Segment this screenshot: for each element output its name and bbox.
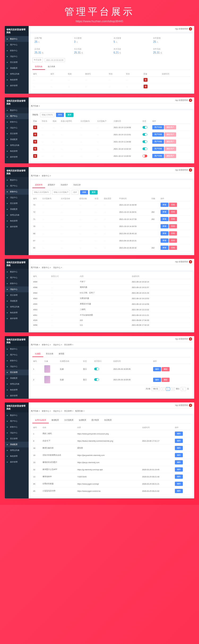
edit-button[interactable]: 编辑	[153, 378, 161, 382]
tag-button[interactable]: 标签	[161, 231, 168, 236]
breadcrumb-item[interactable]: 用户列表 ×	[31, 410, 40, 412]
sidebar-item-3[interactable]: ▸消息中心	[5, 364, 29, 369]
avatar[interactable]: 省	[189, 168, 192, 172]
avatar[interactable]: 省	[189, 99, 192, 102]
edit-button[interactable]: 编辑	[153, 367, 161, 371]
edit-button[interactable]: 编辑	[175, 439, 183, 443]
perpage-select[interactable]: 5条/页	[152, 387, 160, 391]
sidebar-item-8[interactable]: ▸菜单管理	[5, 83, 29, 89]
alipay-name-input[interactable]: 请输入支付宝账户	[52, 190, 70, 195]
tag-button[interactable]: 标签	[161, 238, 168, 243]
detail-button[interactable]: 用户详情	[152, 125, 164, 129]
tab[interactable]: 首页分类	[43, 351, 56, 357]
tag-button[interactable]: 标签	[161, 246, 168, 250]
tag-button[interactable]: 标签	[161, 224, 168, 228]
status-toggle[interactable]	[142, 147, 147, 150]
sidebar-item-1[interactable]: ▸用户中心	[5, 275, 29, 281]
breadcrumb-item[interactable]: 财务中心 ×	[42, 343, 51, 346]
reject-button[interactable]: 拒绝	[169, 210, 177, 214]
reject-button[interactable]: 拒绝	[169, 203, 177, 207]
sidebar-item-0[interactable]: ▸数据中心	[5, 107, 29, 113]
sidebar-item-2[interactable]: ▸财务中心	[5, 424, 29, 430]
sidebar-item-7[interactable]: ▸角色管理	[5, 218, 29, 224]
sidebar-item-5[interactable]: ▸系统配置	[5, 298, 29, 304]
tab[interactable]: 充值记录	[71, 182, 83, 188]
tab[interactable]: 背景图	[56, 351, 67, 357]
status-toggle[interactable]	[142, 133, 147, 136]
sidebar-item-5[interactable]: ▸系统配置	[5, 65, 29, 71]
avatar[interactable]: 省	[189, 404, 192, 407]
detail-button[interactable]: 用户详情	[152, 147, 164, 151]
tab[interactable]: 提现管理	[32, 182, 45, 188]
reset-button[interactable]: 重置	[90, 190, 98, 194]
tag-button[interactable]: 标签	[161, 210, 168, 214]
sidebar-item-6[interactable]: ▸管理员列表	[5, 447, 29, 453]
tab[interactable]: 轮播图	[32, 351, 43, 357]
reset-button[interactable]: 重置	[66, 113, 73, 117]
breadcrumb-item[interactable]: 用户列表 ×	[31, 266, 40, 269]
sidebar-item-4[interactable]: ▸首页管理	[5, 292, 29, 298]
sidebar-item-7[interactable]: ▸角色管理	[5, 310, 29, 316]
breadcrumb-item[interactable]: 用户列表 ×	[31, 343, 40, 346]
sidebar-item-6[interactable]: ▸管理员列表	[5, 304, 29, 310]
status-toggle[interactable]	[142, 155, 147, 157]
tab[interactable]: 微信配置	[49, 417, 62, 423]
avatar[interactable]: 省	[189, 337, 192, 341]
breadcrumb-item[interactable]: 用户列表 ×	[31, 105, 40, 107]
delete-button[interactable]: 删除用户	[165, 154, 176, 158]
sidebar-item-2[interactable]: ▸财务中心	[5, 189, 29, 195]
delete-button[interactable]: 删除用户	[165, 132, 176, 137]
sidebar-item-0[interactable]: ▸数据中心	[5, 412, 29, 418]
reject-button[interactable]: 拒绝	[169, 238, 177, 243]
sidebar-item-5[interactable]: ▸系统配置	[5, 206, 29, 212]
tab[interactable]: 充值统计	[58, 182, 71, 188]
tag-button[interactable]: 标签	[161, 203, 168, 207]
sidebar-item-6[interactable]: ▸管理员列表	[5, 381, 29, 387]
breadcrumb-item[interactable]: 首页管理 ×	[64, 343, 73, 346]
sidebar-item-0[interactable]: ▸数据中心	[5, 346, 29, 352]
next-button[interactable]: ›	[171, 387, 175, 391]
sidebar-item-7[interactable]: ▸角色管理	[5, 387, 29, 393]
tab[interactable]: 放入纸条	[45, 64, 58, 70]
sidebar-item-3[interactable]: ▸消息中心	[5, 125, 29, 131]
edit-button[interactable]: 编辑	[175, 432, 183, 436]
delete-button[interactable]: 删除用户	[165, 140, 176, 144]
sidebar-item-7[interactable]: ▸角色管理	[5, 77, 29, 83]
breadcrumb-item[interactable]: 财务中心 ×	[42, 266, 51, 269]
alipay-account-input[interactable]: 请输入支付宝账号	[32, 190, 50, 195]
reject-button[interactable]: 拒绝	[169, 224, 177, 228]
sidebar-item-5[interactable]: ▸系统配置	[5, 375, 29, 381]
jump-input[interactable]: 1	[181, 387, 186, 391]
delete-button[interactable]: 删除用户	[165, 147, 176, 151]
sidebar-item-8[interactable]: ▸菜单管理	[5, 459, 29, 465]
sidebar-item-7[interactable]: ▸角色管理	[5, 453, 29, 459]
detail-button[interactable]: 用户详情	[152, 132, 164, 137]
tab[interactable]: 提现统计	[45, 182, 58, 188]
sidebar-item-4[interactable]: ▸首页管理	[5, 436, 29, 442]
delete-button[interactable]: 删除	[162, 367, 170, 371]
tag-button[interactable]: 标签	[161, 217, 168, 221]
status-select[interactable]: 选择	[72, 190, 79, 195]
edit-button[interactable]: 编辑	[175, 482, 183, 486]
reject-button[interactable]: 拒绝	[169, 217, 177, 221]
edit-button[interactable]: 编辑	[175, 467, 183, 472]
reject-button[interactable]: 拒绝	[169, 231, 177, 236]
sidebar-item-3[interactable]: ▸消息中心	[5, 430, 29, 436]
sidebar-item-0[interactable]: ▸数据中心	[5, 177, 29, 183]
avatar[interactable]: 省	[189, 260, 192, 263]
sidebar-item-1[interactable]: ▸用户中心	[5, 113, 29, 119]
sidebar-item-4[interactable]: ▸首页管理	[5, 59, 29, 65]
sidebar-item-2[interactable]: ▸财务中心	[5, 48, 29, 54]
sidebar-item-6[interactable]: ▸管理员列表	[5, 142, 29, 148]
search-button[interactable]: 查询	[56, 113, 64, 117]
reject-button[interactable]: 拒绝	[169, 246, 177, 250]
sidebar-item-1[interactable]: ▸用户中心	[5, 183, 29, 189]
sidebar-item-3[interactable]: ▸消息中心	[5, 54, 29, 59]
breadcrumb-item[interactable]: 配置列表 ×	[75, 410, 84, 412]
sidebar-item-0[interactable]: ▸数据中心	[5, 269, 29, 275]
edit-button[interactable]: 编辑	[175, 453, 183, 457]
date-yesterday-button[interactable]: 昨天至前	[32, 58, 43, 62]
sidebar-item-2[interactable]: ▸财务中心	[5, 281, 29, 286]
sidebar-item-1[interactable]: ▸用户中心	[5, 418, 29, 424]
sidebar-item-5[interactable]: ▸系统配置	[5, 442, 29, 447]
